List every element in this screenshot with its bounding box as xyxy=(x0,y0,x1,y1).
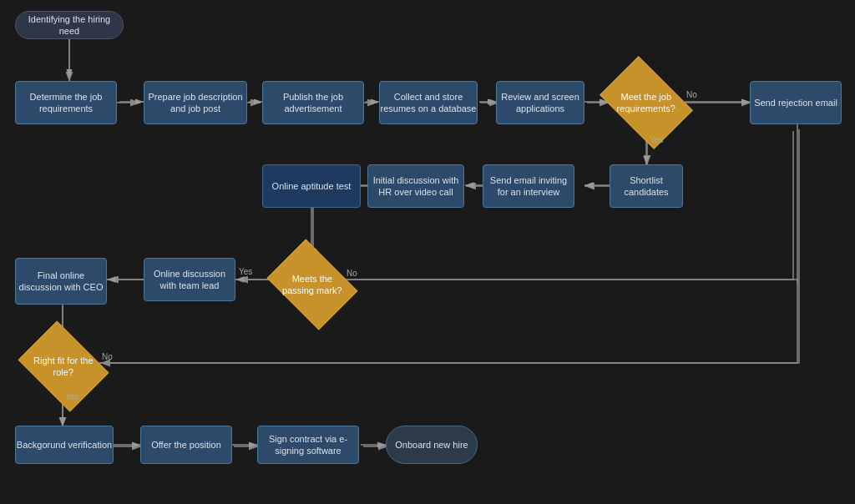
label-no1: No xyxy=(686,90,697,99)
label-yes3: Yes xyxy=(65,392,78,401)
flowchart: Identifying the hiring need Determine th… xyxy=(0,0,855,504)
node-n2: Prepare job description and job post xyxy=(144,81,247,124)
node-n3: Publish the job advertisement xyxy=(262,81,364,124)
node-n15-diamond: Right fit for the role? xyxy=(18,321,109,412)
node-n12-diamond: Meets the passing mark? xyxy=(267,239,358,330)
label-no3: No xyxy=(102,352,113,361)
node-n10: Initial discussion with HR over video ca… xyxy=(367,164,464,208)
node-n1: Determine the job requirements xyxy=(15,81,117,124)
node-n18: Sign contract via e-signing software xyxy=(257,426,359,464)
node-n6-diamond: Meet the job requirements? xyxy=(600,56,693,149)
node-n14: Final online discussion with CEO xyxy=(15,258,107,305)
node-n13: Online discussion with team lead xyxy=(144,258,235,301)
label-yes1: Yes xyxy=(650,135,663,144)
start-node: Identifying the hiring need xyxy=(15,11,124,39)
node-n8: Shortlist candidates xyxy=(610,164,683,208)
label-yes2: Yes xyxy=(239,267,252,276)
label-no2: No xyxy=(347,269,357,278)
node-n7: Send rejection email xyxy=(750,81,842,124)
node-n9: Send email inviting for an interview xyxy=(483,164,574,208)
node-n4: Collect and store resumes on a database xyxy=(379,81,478,124)
node-n19: Onboard new hire xyxy=(386,426,478,464)
node-n5: Review and screen applications xyxy=(496,81,584,124)
node-n17: Offer the position xyxy=(140,426,232,464)
node-n16: Backgorund verification xyxy=(15,426,114,464)
node-n11: Online aptitude test xyxy=(262,164,361,208)
